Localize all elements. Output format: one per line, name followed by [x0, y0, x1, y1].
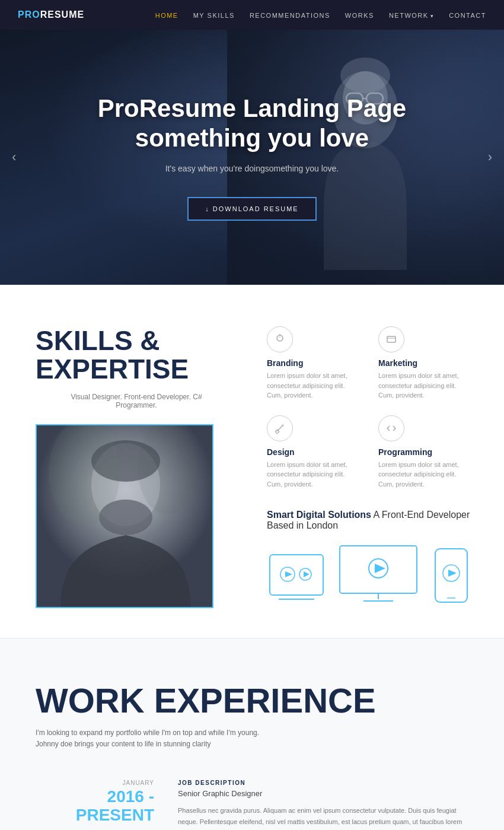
- nav-item-recommendations[interactable]: RECOMMENDATIONS: [250, 9, 330, 20]
- work-title: WORK EXPERIENCE: [36, 680, 468, 720]
- design-label: Design: [267, 447, 361, 457]
- digital-solutions-title: Smart Digital Solutions A Front-End Deve…: [267, 510, 472, 531]
- work-month: JANUARY: [36, 780, 154, 786]
- skills-subtitle: Visual Designer. Front-end Developer. C#…: [36, 393, 237, 409]
- nav-item-works[interactable]: WORKS: [345, 9, 374, 20]
- svg-point-5: [340, 58, 390, 93]
- hero-prev-arrow[interactable]: ‹: [12, 150, 16, 165]
- nav-item-home[interactable]: HOME: [155, 9, 178, 20]
- svg-rect-15: [387, 336, 395, 342]
- portrait-image: [37, 425, 212, 607]
- device-tablet: [267, 552, 326, 605]
- work-job-desc: Phasellus nec gravida purus. Aliquam ac …: [178, 805, 468, 830]
- svg-marker-26: [304, 571, 310, 577]
- marketing-label: Marketing: [378, 358, 472, 368]
- skill-design: Design Lorem ipsum dolor sit amet, conse…: [267, 415, 361, 489]
- digital-solutions: Smart Digital Solutions A Front-End Deve…: [267, 510, 472, 605]
- brand-resume: RESUME: [40, 9, 84, 20]
- design-icon: [267, 415, 293, 441]
- download-resume-button[interactable]: DOWNLOAD RESUME: [187, 197, 316, 221]
- skills-portrait: [36, 424, 213, 608]
- skill-branding: Branding Lorem ipsum dolor sit amet, con…: [267, 326, 361, 400]
- nav-item-contact[interactable]: CONTACT: [449, 9, 486, 20]
- branding-icon: [267, 326, 293, 352]
- brand-logo[interactable]: PRO RESUME: [18, 9, 84, 20]
- skills-right-panel: Branding Lorem ipsum dolor sit amet, con…: [267, 326, 472, 608]
- chevron-down-icon: ▾: [430, 13, 435, 19]
- work-job-title: Senior Graphic Designer: [178, 789, 468, 798]
- svg-rect-32: [435, 549, 467, 602]
- skills-section: SKILLS & EXPERTISE Visual Designer. Fron…: [0, 285, 504, 638]
- device-phone: [430, 546, 472, 605]
- work-intro: I'm looking to expand my portfolio while…: [36, 727, 261, 750]
- svg-marker-35: [448, 570, 457, 577]
- hero-title: ProResume Landing Page something you lov…: [98, 94, 406, 154]
- portrait-silhouette: [37, 425, 213, 608]
- work-right-panel: JOB DESCRIPTION Senior Graphic Designer …: [178, 780, 468, 830]
- nav-item-skills[interactable]: MY SKILLS: [193, 9, 235, 20]
- nav-menu: HOME MY SKILLS RECOMMENDATIONS WORKS NET…: [155, 9, 486, 20]
- svg-point-12: [277, 335, 283, 341]
- svg-line-19: [282, 425, 283, 426]
- navbar: PRO RESUME HOME MY SKILLS RECOMMENDATION…: [0, 0, 504, 30]
- marketing-desc: Lorem ipsum dolor sit amet, consectetur …: [378, 371, 472, 400]
- skills-left-panel: SKILLS & EXPERTISE Visual Designer. Fron…: [36, 326, 237, 608]
- svg-marker-24: [285, 571, 292, 577]
- hero-next-arrow[interactable]: ›: [488, 150, 492, 165]
- skills-grid: Branding Lorem ipsum dolor sit amet, con…: [267, 326, 472, 489]
- devices-row: [267, 543, 472, 605]
- hero-subtitle: It's easy when you're doingsomething you…: [98, 164, 406, 173]
- programming-label: Programming: [378, 447, 472, 457]
- brand-pro: PRO: [18, 9, 40, 20]
- work-section: WORK EXPERIENCE I'm looking to expand my…: [0, 639, 504, 830]
- svg-marker-31: [375, 564, 385, 573]
- marketing-icon: [378, 326, 404, 352]
- svg-rect-20: [270, 555, 323, 595]
- skill-marketing: Marketing Lorem ipsum dolor sit amet, co…: [378, 326, 472, 400]
- work-entries: JANUARY 2016 - PRESENT Graphic Corner 20…: [36, 780, 468, 830]
- hero-section: ProResume Landing Page something you lov…: [0, 30, 504, 285]
- nav-item-network[interactable]: NETWORK▾: [389, 9, 434, 20]
- skills-title: SKILLS & EXPERTISE: [36, 326, 237, 384]
- design-desc: Lorem ipsum dolor sit amet, consectetur …: [267, 460, 361, 489]
- work-job-label: JOB DESCRIPTION: [178, 780, 468, 786]
- programming-icon: [378, 415, 404, 441]
- work-left-panel: JANUARY 2016 - PRESENT Graphic Corner 20…: [36, 780, 154, 830]
- hero-content: ProResume Landing Page something you lov…: [98, 94, 406, 221]
- work-year-range: 2016 - PRESENT: [36, 788, 154, 825]
- device-monitor: [337, 543, 420, 605]
- programming-desc: Lorem ipsum dolor sit amet, consectetur …: [378, 460, 472, 489]
- branding-desc: Lorem ipsum dolor sit amet, consectetur …: [267, 371, 361, 400]
- branding-label: Branding: [267, 358, 361, 368]
- skill-programming: Programming Lorem ipsum dolor sit amet, …: [378, 415, 472, 489]
